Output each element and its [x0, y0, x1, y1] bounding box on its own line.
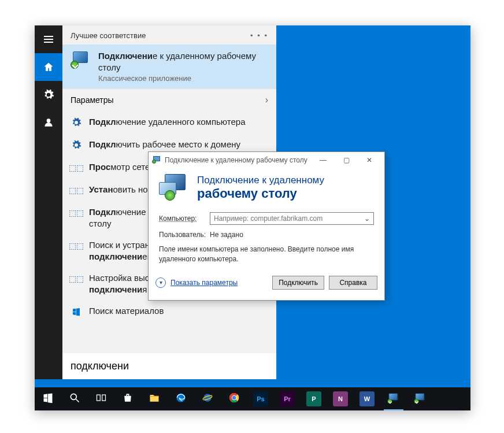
result-item[interactable]: Подключение удаленного компьютера: [62, 111, 276, 134]
gear-icon: [71, 139, 82, 151]
help-button[interactable]: Справка: [329, 276, 377, 290]
svg-rect-2: [97, 395, 101, 401]
taskbar-taskview[interactable]: [88, 387, 114, 410]
network-icon: ⬚⬚: [71, 273, 82, 284]
rdp-hero-line2: рабочему столу: [197, 186, 324, 201]
computer-placeholder: Например: computer.fabrikam.com: [214, 214, 323, 223]
rdp-title-text: Подключение к удаленному рабочему столу: [165, 156, 307, 164]
hamburger-button[interactable]: [35, 25, 62, 53]
network-icon: ⬚⬚: [71, 207, 82, 219]
best-match-header: Лучшее соответствие • • •: [62, 25, 276, 45]
premiere-icon: Pr: [280, 391, 295, 406]
photoshop-icon: Ps: [253, 391, 268, 406]
user-icon: [43, 117, 54, 128]
store-icon: [122, 392, 134, 406]
taskbar-onenote[interactable]: N: [327, 387, 354, 410]
rdp-icon: [71, 50, 91, 71]
home-button[interactable]: [35, 53, 62, 81]
user-value: Не задано: [210, 231, 243, 239]
best-match-label: Лучшее соответствие: [71, 31, 146, 40]
taskbar-rdp1[interactable]: [380, 387, 407, 410]
settings-sidebar-button[interactable]: [35, 81, 62, 109]
taskbar-premiere[interactable]: Pr: [274, 387, 301, 410]
best-match-title: Подключение к удаленному рабочему столу: [98, 50, 268, 73]
rdp-hero-icon: [159, 174, 189, 202]
search-input[interactable]: [71, 360, 268, 372]
result-item[interactable]: Поиск материалов: [62, 300, 276, 323]
taskbar-edge[interactable]: [168, 387, 194, 410]
rdp-hero-line1: Подключение к удаленному: [197, 175, 324, 186]
chrome-icon: [228, 392, 240, 406]
home-icon: [43, 61, 54, 73]
publisher-icon: P: [306, 391, 321, 406]
taskbar-chrome[interactable]: [221, 387, 247, 410]
windows-icon: [71, 306, 82, 317]
ie-icon: [202, 392, 213, 406]
params-label: Параметры: [71, 95, 114, 105]
taskbar-publisher[interactable]: P: [301, 387, 327, 410]
network-icon: ⬚⬚: [71, 162, 82, 173]
hamburger-icon: [44, 36, 53, 43]
onenote-icon: N: [333, 391, 348, 406]
taskbar-photoshop[interactable]: Ps: [247, 387, 274, 410]
result-item-label: Подключить рабочее место к домену: [89, 139, 240, 150]
taskbar-word[interactable]: W: [354, 387, 380, 410]
expand-options-toggle[interactable]: ▾: [155, 277, 166, 288]
rdp-form: Компьютер: Например: computer.fabrikam.c…: [149, 209, 384, 270]
chevron-right-icon: ›: [265, 95, 268, 105]
user-sidebar-button[interactable]: [35, 109, 62, 136]
rdp-bottom-bar: ▾ Показать параметры Подключить Справка: [149, 270, 384, 295]
computer-label: Компьютер:: [159, 214, 205, 223]
svg-point-11: [232, 396, 236, 400]
svg-line-1: [76, 399, 79, 402]
user-label: Пользователь:: [159, 231, 205, 239]
search-row: [62, 353, 276, 379]
maximize-button[interactable]: ▢: [335, 152, 358, 168]
rdp-hero: Подключение к удаленному рабочему столу: [149, 168, 384, 209]
result-item-label: Подключение удаленного компьютера: [89, 116, 245, 128]
more-options-button[interactable]: • • •: [250, 31, 268, 40]
taskbar-rdp2[interactable]: [407, 387, 433, 410]
rdp-titlebar[interactable]: Подключение к удаленному рабочему столу …: [149, 152, 384, 168]
word-icon: W: [360, 391, 375, 406]
result-item-label: Поиск материалов: [89, 305, 164, 317]
chevron-down-icon: ⌄: [364, 214, 370, 223]
taskbar: PsPrPNW: [35, 387, 470, 410]
hint-text: Поле имени компьютера не заполнено. Введ…: [159, 245, 374, 264]
search-icon: [69, 392, 80, 406]
connect-button[interactable]: Подключить: [272, 276, 324, 290]
desktop: Лучшее соответствие • • • Подключение к …: [35, 25, 470, 410]
gear-icon: [43, 89, 54, 101]
best-match-item[interactable]: Подключение к удаленному рабочему столу …: [62, 45, 276, 88]
taskview-icon: [95, 392, 107, 406]
rdp-window: Подключение к удаленному рабочему столу …: [148, 151, 385, 301]
params-section-header[interactable]: Параметры ›: [62, 88, 276, 111]
computer-combobox[interactable]: Например: computer.fabrikam.com ⌄: [210, 212, 374, 225]
show-options-link[interactable]: Показать параметры: [171, 279, 238, 287]
rdp-titlebar-icon: [152, 156, 161, 165]
start-sidebar: [35, 25, 62, 379]
best-match-subtitle: Классическое приложение: [98, 74, 268, 83]
taskbar-ie[interactable]: [194, 387, 221, 410]
taskbar-explorer[interactable]: [141, 387, 168, 410]
taskbar-store[interactable]: [114, 387, 141, 410]
close-button[interactable]: ✕: [358, 152, 381, 168]
network-icon: ⬚⬚: [71, 240, 82, 251]
taskbar-start[interactable]: [35, 387, 61, 410]
svg-rect-3: [102, 395, 106, 401]
svg-point-0: [71, 394, 76, 399]
rdp-icon: [414, 393, 427, 405]
network-icon: ⬚⬚: [71, 184, 82, 196]
svg-point-5: [203, 394, 211, 401]
taskbar-search[interactable]: [61, 387, 88, 410]
edge-icon: [175, 392, 187, 406]
minimize-button[interactable]: —: [312, 152, 335, 168]
start-icon: [42, 392, 54, 406]
gear-icon: [71, 117, 82, 128]
explorer-icon: [149, 392, 160, 406]
rdp-icon: [387, 393, 400, 405]
